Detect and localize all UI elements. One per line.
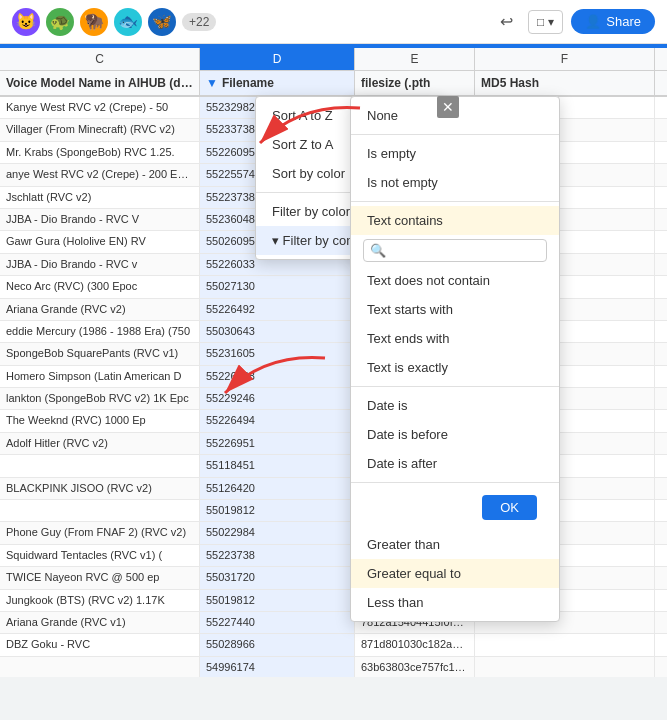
- toolbar: 😺 🐢 🦬 🐟 🦋 +22 ↩ □ ▾ 👤 Share: [0, 0, 667, 44]
- cell-d[interactable]: 55027130: [200, 276, 355, 297]
- avatar-2[interactable]: 🐢: [46, 8, 74, 36]
- table-row: SpongeBob SquarePants (RVC v1)552316051f…: [0, 343, 667, 365]
- sort-az-label: Sort A to Z: [272, 108, 333, 123]
- condition-is-not-empty[interactable]: Is not empty: [351, 168, 559, 197]
- cell-d[interactable]: 55019812: [200, 590, 355, 611]
- avatar-badge[interactable]: +22: [182, 13, 216, 31]
- share-button[interactable]: 👤 Share: [571, 9, 655, 34]
- avatar-5[interactable]: 🦋: [148, 8, 176, 36]
- avatar-1[interactable]: 😺: [12, 8, 40, 36]
- cell-d[interactable]: 55223738: [200, 545, 355, 566]
- table-row: Phone Guy (From FNAF 2) (RVC v2)55022984…: [0, 522, 667, 544]
- condition-date-is[interactable]: Date is: [351, 391, 559, 420]
- text-contains-input[interactable]: [386, 244, 526, 258]
- cell-d[interactable]: 55229246: [200, 388, 355, 409]
- condition-less-than[interactable]: Less than: [351, 588, 559, 617]
- cell-c[interactable]: Adolf Hitler (RVC v2): [0, 433, 200, 454]
- condition-is-empty[interactable]: Is empty: [351, 139, 559, 168]
- cell-d[interactable]: 54996174: [200, 657, 355, 677]
- cell-c[interactable]: anye West RVC v2 (Crepe) - 200 Epoc: [0, 164, 200, 185]
- condition-text-starts-with[interactable]: Text starts with: [351, 295, 559, 324]
- table-row: Jungkook (BTS) (RVC v2) 1.17K550198125da…: [0, 590, 667, 612]
- cell-c[interactable]: Neco Arc (RVC) (300 Epoc: [0, 276, 200, 297]
- share-icon: 👤: [585, 14, 601, 29]
- avatar-3[interactable]: 🦬: [80, 8, 108, 36]
- cell-d[interactable]: 55118451: [200, 455, 355, 476]
- sort-by-color-label: Sort by color: [272, 166, 345, 181]
- cell-d[interactable]: 55226951: [200, 433, 355, 454]
- cell-c[interactable]: Squidward Tentacles (RVC v1) (: [0, 545, 200, 566]
- cell-d[interactable]: 55031720: [200, 567, 355, 588]
- condition-text-ends-with[interactable]: Text ends with: [351, 324, 559, 353]
- cell-c[interactable]: Ariana Grande (RVC v2): [0, 299, 200, 320]
- cell-c[interactable]: Homero Simpson (Latin American D: [0, 366, 200, 387]
- cell-c[interactable]: lankton (SpongeBob RVC v2) 1K Epc: [0, 388, 200, 409]
- cell-c[interactable]: Jungkook (BTS) (RVC v2) 1.17K: [0, 590, 200, 611]
- cell-e[interactable]: 63b63803ce757fc1944cbb014ff3a1: [355, 657, 475, 677]
- condition-date-before[interactable]: Date is before: [351, 420, 559, 449]
- table-row: 551184510fe2ac0ff828dba968058d954a9bc0c1: [0, 455, 667, 477]
- col-f-name: MD5 Hash: [475, 71, 655, 95]
- cell-c[interactable]: The Weeknd (RVC) 1000 Ep: [0, 410, 200, 431]
- table-row: Adolf Hitler (RVC v2)55226951f463e281996…: [0, 433, 667, 455]
- cell-c[interactable]: eddie Mercury (1986 - 1988 Era) (750: [0, 321, 200, 342]
- cell-c[interactable]: Villager (From Minecraft) (RVC v2): [0, 119, 200, 140]
- table-row: DBZ Goku - RVC55028966871d801030c182a983…: [0, 634, 667, 656]
- undo-button[interactable]: ↩: [492, 8, 520, 36]
- table-row: The Weeknd (RVC) 1000 Ep55226494eb061bd7…: [0, 410, 667, 432]
- cell-c[interactable]: JJBA - Dio Brando - RVC v: [0, 254, 200, 275]
- col-c-name: Voice Model Name in AIHUB (discord.gg/ai…: [0, 71, 200, 95]
- cell-f[interactable]: [475, 634, 655, 655]
- col-e-name: filesize (.pth: [355, 71, 475, 95]
- cell-c[interactable]: Phone Guy (From FNAF 2) (RVC v2): [0, 522, 200, 543]
- table-row: Squidward Tentacles (RVC v1) (55223738eb…: [0, 545, 667, 567]
- cell-d[interactable]: 55028966: [200, 634, 355, 655]
- cell-d[interactable]: 55227440: [200, 612, 355, 633]
- cell-d[interactable]: 55019812: [200, 500, 355, 521]
- cell-c[interactable]: [0, 500, 200, 521]
- condition-greater-equal-to[interactable]: Greater equal to: [351, 559, 559, 588]
- cell-c[interactable]: Gawr Gura (Hololive EN) RV: [0, 231, 200, 252]
- table-row: Ariana Grande (RVC v1)552274407812a15404…: [0, 612, 667, 634]
- condition-text-contains[interactable]: Text contains: [351, 206, 559, 235]
- cell-f[interactable]: [475, 657, 655, 677]
- filter-icon: ▼: [206, 76, 218, 90]
- close-button[interactable]: ✕: [437, 96, 459, 118]
- cell-c[interactable]: Jschlatt (RVC v2): [0, 187, 200, 208]
- condition-text-not-contain[interactable]: Text does not contain: [351, 266, 559, 295]
- cell-c[interactable]: BLACKPINK JISOO (RVC v2): [0, 478, 200, 499]
- table-row: Ariana Grande (RVC v2)5522649248003baf38…: [0, 299, 667, 321]
- column-letter-headers: C D E F: [0, 48, 667, 71]
- cell-e[interactable]: 871d801030c182a983ffa0824371220: [355, 634, 475, 655]
- cell-d[interactable]: 55022984: [200, 522, 355, 543]
- cell-c[interactable]: DBZ Goku - RVC: [0, 634, 200, 655]
- cell-c[interactable]: JJBA - Dio Brando - RVC V: [0, 209, 200, 230]
- divider-5: [351, 482, 559, 483]
- cell-c[interactable]: Mr. Krabs (SpongeBob) RVC 1.25.: [0, 142, 200, 163]
- toolbar-left: 😺 🐢 🦬 🐟 🦋 +22: [12, 8, 216, 36]
- cell-c[interactable]: [0, 455, 200, 476]
- cell-c[interactable]: [0, 657, 200, 677]
- table-row: eddie Mercury (1986 - 1988 Era) (7505503…: [0, 321, 667, 343]
- cell-d[interactable]: 55030643: [200, 321, 355, 342]
- cell-c[interactable]: Kanye West RVC v2 (Crepe) - 50: [0, 97, 200, 118]
- cell-c[interactable]: Ariana Grande (RVC v1): [0, 612, 200, 633]
- condition-text-is-exactly[interactable]: Text is exactly: [351, 353, 559, 382]
- cell-d[interactable]: 55226048: [200, 366, 355, 387]
- share-label: Share: [606, 14, 641, 29]
- cell-c[interactable]: TWICE Nayeon RVC @ 500 ep: [0, 567, 200, 588]
- cell-d[interactable]: 55126420: [200, 478, 355, 499]
- cell-d[interactable]: 55231605: [200, 343, 355, 364]
- divider-4: [351, 386, 559, 387]
- cell-d[interactable]: 55226494: [200, 410, 355, 431]
- col-d-header: D: [200, 48, 355, 70]
- condition-date-after[interactable]: Date is after: [351, 449, 559, 478]
- spreadsheet: C D E F Voice Model Name in AIHUB (disco…: [0, 48, 667, 720]
- avatar-4[interactable]: 🐟: [114, 8, 142, 36]
- cell-d[interactable]: 55226492: [200, 299, 355, 320]
- table-row: Homero Simpson (Latin American D55226048…: [0, 366, 667, 388]
- ok-button[interactable]: OK: [482, 495, 537, 520]
- cell-c[interactable]: SpongeBob SquarePants (RVC v1): [0, 343, 200, 364]
- camera-button[interactable]: □ ▾: [528, 10, 563, 34]
- condition-greater-than[interactable]: Greater than: [351, 530, 559, 559]
